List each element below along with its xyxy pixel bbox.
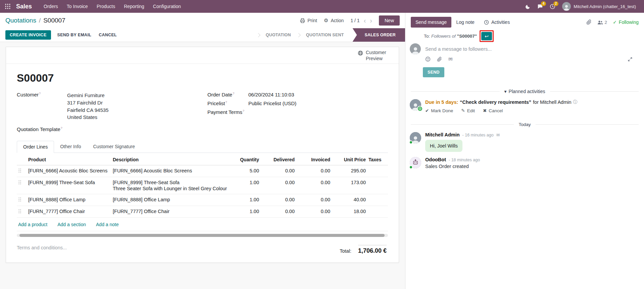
attachments-button[interactable] — [586, 19, 592, 25]
paperclip-icon — [586, 19, 592, 25]
drag-handle-icon[interactable] — [17, 206, 27, 218]
create-invoice-button[interactable]: CREATE INVOICE — [5, 30, 51, 40]
cell-unit-price[interactable]: 18.00 — [332, 206, 367, 218]
apps-menu-icon[interactable] — [0, 0, 15, 13]
app-name[interactable]: Sales — [16, 3, 32, 10]
new-button[interactable]: New — [379, 15, 400, 26]
cell-description[interactable]: [FURN_7777] Office Chair — [111, 206, 229, 218]
message-author[interactable]: OdooBot — [425, 157, 446, 162]
message-avatar[interactable] — [410, 132, 421, 143]
messages-icon[interactable]: 4 — [537, 4, 543, 9]
horizontal-scrollbar[interactable] — [17, 234, 388, 237]
pager-next-icon[interactable]: › — [370, 17, 372, 24]
cell-taxes[interactable] — [367, 194, 388, 206]
message-avatar[interactable] — [410, 157, 421, 168]
tab-other-info[interactable]: Other Info — [54, 141, 87, 153]
order-date-value[interactable]: 06/20/2024 11:10:03 — [248, 92, 294, 97]
drag-handle-icon[interactable] — [17, 177, 27, 194]
attach-file-icon[interactable] — [437, 57, 442, 62]
tab-order-lines[interactable]: Order Lines — [17, 141, 54, 153]
print-button[interactable]: Print — [300, 18, 317, 23]
tab-customer-signature[interactable]: Customer Signature — [87, 141, 141, 153]
action-button[interactable]: ⚙ Action — [324, 17, 344, 24]
full-composer-icon[interactable] — [628, 57, 633, 62]
cell-invoiced[interactable]: 0.00 — [296, 194, 332, 206]
message-input[interactable] — [425, 43, 639, 54]
cell-delivered[interactable]: 0.00 — [260, 206, 296, 218]
cell-quantity[interactable]: 1.00 — [229, 194, 260, 206]
terms-placeholder[interactable]: Terms and conditions... — [17, 245, 67, 250]
top-menu: Orders To Invoice Products Reporting Con… — [39, 0, 185, 13]
cancel-button[interactable]: CANCEL — [95, 30, 120, 40]
cell-taxes[interactable] — [367, 177, 388, 194]
cell-taxes[interactable] — [367, 165, 388, 177]
send-message-tab[interactable]: Send message — [411, 17, 451, 28]
cell-product[interactable]: [FURN_7777] Office Chair — [27, 206, 111, 218]
pricelist-value[interactable]: Public Pricelist (USD) — [248, 100, 296, 106]
cell-taxes[interactable] — [367, 206, 388, 218]
cell-delivered[interactable]: 0.00 — [260, 177, 296, 194]
user-menu[interactable]: Mitchell Admin (chatter_16_test) — [562, 2, 636, 11]
cell-description[interactable]: [FURN_8888] Office Lamp — [111, 194, 229, 206]
following-button[interactable]: ✓ Following — [613, 19, 639, 25]
cell-product[interactable]: [FURN_8999] Three-Seat Sofa — [27, 177, 111, 194]
cell-product[interactable]: [FURN_6666] Acoustic Bloc Screens — [27, 165, 111, 177]
cancel-activity-button[interactable]: ✖Cancel — [483, 108, 503, 113]
cell-delivered[interactable]: 0.00 — [260, 165, 296, 177]
scrollbar-thumb[interactable] — [19, 234, 385, 237]
followers-button[interactable]: 2 — [597, 20, 607, 25]
cell-quantity[interactable]: 1.00 — [229, 206, 260, 218]
add-note-link[interactable]: Add a note — [96, 222, 119, 227]
stage-sales-order-active[interactable]: SALES ORDER — [353, 28, 405, 42]
menu-orders[interactable]: Orders — [39, 0, 62, 13]
menu-configuration[interactable]: Configuration — [149, 0, 185, 13]
cell-invoiced[interactable]: 0.00 — [296, 206, 332, 218]
pager-prev-icon[interactable]: ‹ — [364, 17, 366, 24]
mark-done-button[interactable]: ✔Mark Done — [425, 108, 453, 113]
edit-activity-button[interactable]: ✎Edit — [461, 108, 475, 113]
cell-description[interactable]: [FURN_8999] Three-Seat Sofa Three Seater… — [111, 177, 229, 194]
info-icon[interactable]: ⓘ — [573, 99, 578, 105]
message-author[interactable]: Mitchell Admin — [425, 132, 460, 137]
activities-clock-icon[interactable]: 2 — [550, 4, 555, 9]
cell-unit-price[interactable]: 173.00 — [332, 177, 367, 194]
stage-quotation-sent[interactable]: QUOTATION SENT — [299, 28, 351, 42]
pricelist-field: Pricelist? Public Pricelist (USD) — [207, 100, 388, 106]
customer-link[interactable]: Gemini Furniture — [67, 92, 108, 99]
reply-arrow-icon: ↩ — [485, 34, 489, 39]
moon-icon[interactable] — [526, 4, 531, 9]
mail-icon: ✉ — [496, 132, 500, 137]
drag-handle-icon[interactable] — [17, 194, 27, 206]
customer-preview-button[interactable]: Customer Preview — [358, 50, 390, 61]
add-section-link[interactable]: Add a section — [57, 222, 86, 227]
cell-unit-price[interactable]: 295.00 — [332, 165, 367, 177]
cell-quantity[interactable]: 5.00 — [229, 165, 260, 177]
log-note-tab[interactable]: Log note — [451, 17, 479, 28]
stage-quotation[interactable]: QUOTATION — [259, 28, 298, 42]
envelope-icon[interactable]: ✉ — [448, 56, 453, 62]
add-product-link[interactable]: Add a product — [18, 222, 47, 227]
cell-unit-price[interactable]: 40.00 — [332, 194, 367, 206]
send-by-email-button[interactable]: SEND BY EMAIL — [54, 30, 95, 40]
menu-to-invoice[interactable]: To Invoice — [62, 0, 92, 13]
cell-invoiced[interactable]: 0.00 — [296, 165, 332, 177]
cell-quantity[interactable]: 1.00 — [229, 177, 260, 194]
emoji-icon[interactable] — [425, 56, 431, 62]
planned-activities-toggle[interactable]: ▾ Planned activities — [504, 89, 545, 94]
header-product: Product — [27, 154, 111, 165]
expand-recipients-button[interactable]: ↩ — [481, 32, 492, 40]
cell-invoiced[interactable]: 0.00 — [296, 177, 332, 194]
drag-handle-icon[interactable] — [17, 165, 27, 177]
send-button[interactable]: SEND — [423, 67, 444, 77]
x-icon: ✖ — [483, 108, 487, 113]
menu-reporting[interactable]: Reporting — [119, 0, 149, 13]
cell-product[interactable]: [FURN_8888] Office Lamp — [27, 194, 111, 206]
statusbar: CREATE INVOICE SEND BY EMAIL CANCEL QUOT… — [0, 28, 405, 42]
menu-products[interactable]: Products — [92, 0, 119, 13]
user-avatar — [562, 2, 571, 11]
cell-description[interactable]: [FURN_6666] Acoustic Bloc Screens — [111, 165, 229, 177]
bot-status-dot — [409, 165, 413, 169]
breadcrumb-quotations[interactable]: Quotations — [5, 17, 36, 24]
activities-tab[interactable]: Activities — [479, 17, 514, 28]
cell-delivered[interactable]: 0.00 — [260, 194, 296, 206]
